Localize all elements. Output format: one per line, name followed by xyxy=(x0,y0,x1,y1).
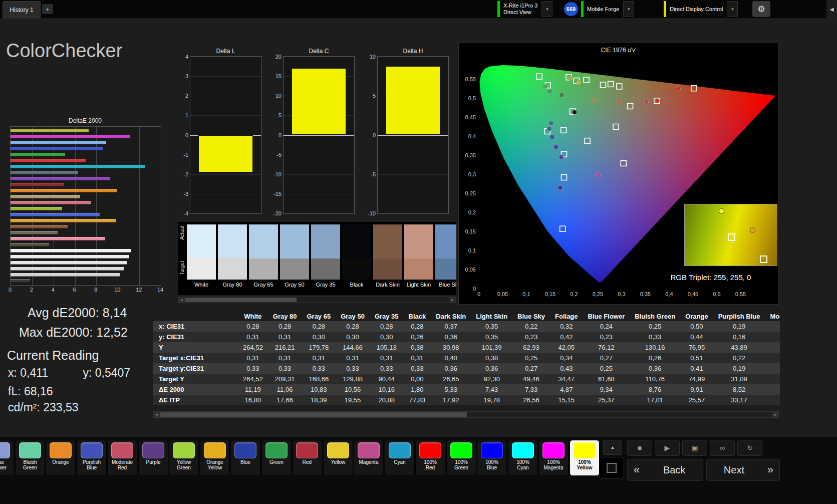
pattern-button-bluish-green[interactable]: BluishGreen xyxy=(15,440,45,476)
pattern-button-100pct-green[interactable]: 100%Green xyxy=(446,440,476,476)
chevron-down-icon[interactable]: ▼ xyxy=(541,1,552,17)
next-button[interactable]: Next » xyxy=(706,459,780,481)
pattern-label: OrangeYellow xyxy=(200,459,229,470)
row-header: ΔE 2000 xyxy=(153,384,238,395)
stop-button[interactable]: ■ xyxy=(627,440,652,456)
gridline xyxy=(284,155,354,155)
refresh-button[interactable]: ↻ xyxy=(737,440,762,456)
pattern-button-red[interactable]: Red xyxy=(292,440,322,476)
meter-selector[interactable]: X-Rite i1Pro 3 Direct View ▼ xyxy=(497,1,552,17)
table-cell: 0,42 xyxy=(550,332,583,342)
table-cell: 53,85 xyxy=(765,342,780,353)
add-tab-button[interactable]: + xyxy=(42,4,53,14)
scroll-left-icon[interactable]: ◄ xyxy=(178,297,185,303)
current-reading-label: Current Reading xyxy=(7,348,99,363)
pattern-button-orange[interactable]: Orange xyxy=(46,440,76,476)
chevron-left-icon: « xyxy=(628,463,646,476)
pattern-button-green[interactable]: Green xyxy=(261,440,292,476)
deltae-bar xyxy=(11,135,130,138)
table-cell: 5,02 xyxy=(765,384,780,395)
pattern-button-100pct-red[interactable]: 100%Red xyxy=(415,440,445,476)
collapse-up-icon[interactable]: ▲ xyxy=(603,440,622,455)
scrollbar-thumb[interactable] xyxy=(185,298,297,302)
source-selector[interactable]: Mobile Forge ▼ xyxy=(581,1,634,17)
back-button[interactable]: « Back xyxy=(627,459,703,481)
pattern-button-100pct-magenta[interactable]: 100%Magenta xyxy=(538,440,569,476)
current-y: y: 0,5407 xyxy=(83,366,131,380)
pattern-label: 100%Yellow xyxy=(570,459,599,470)
deltae-bar xyxy=(11,159,86,162)
table-cell: 0,30 xyxy=(370,332,404,342)
table-cell: 0,30 xyxy=(336,332,370,342)
gear-icon[interactable]: ⚙ xyxy=(752,1,770,17)
strip-patch: Dark Skin xyxy=(373,224,402,288)
pattern-button-blue-flower[interactable]: BlueFlower xyxy=(0,440,14,476)
pattern-button-yellow-green[interactable]: YellowGreen xyxy=(169,440,199,476)
table-cell: 77,83 xyxy=(404,395,431,405)
collapse-panel-icon[interactable]: ◀ xyxy=(826,0,837,18)
table-cell: 216,21 xyxy=(268,342,302,353)
scroll-right-icon[interactable]: ► xyxy=(449,297,456,303)
chevron-down-icon[interactable]: ▼ xyxy=(623,1,634,17)
table-cell: 1,80 xyxy=(404,384,431,395)
pattern-button-yellow[interactable]: Yellow xyxy=(323,440,353,476)
chevron-right-icon: » xyxy=(761,463,779,476)
table-cell: 90,44 xyxy=(370,374,404,384)
pattern-window-button[interactable] xyxy=(599,457,624,479)
table-scrollbar[interactable]: ◄ ► xyxy=(153,411,779,418)
cie-measured-point xyxy=(577,80,581,85)
pattern-button-moderate-red[interactable]: ModerateRed xyxy=(107,440,137,476)
actual-row-label: Actual xyxy=(179,226,185,240)
deltae-bar xyxy=(11,171,78,174)
row-header: y: CIE31 xyxy=(153,332,238,342)
table-cell: 8,52 xyxy=(713,384,765,395)
table-cell: 0,31 xyxy=(238,332,268,342)
play-button[interactable]: ▶ xyxy=(655,440,680,456)
target-swatch xyxy=(373,259,402,280)
scroll-left-icon[interactable]: ◄ xyxy=(153,412,160,417)
pattern-swatch xyxy=(81,442,103,458)
scroll-right-icon[interactable]: ► xyxy=(772,412,778,417)
delta-bar xyxy=(292,68,347,135)
table-cell: 0,46 xyxy=(765,353,780,363)
svg-text:0,1: 0,1 xyxy=(522,291,530,297)
pattern-button-purple[interactable]: Purple xyxy=(138,440,168,476)
pattern-button-magenta[interactable]: Magenta xyxy=(354,440,384,476)
pattern-swatch xyxy=(0,442,10,458)
pattern-button-blue[interactable]: Blue xyxy=(230,440,260,476)
table-cell: 25,57 xyxy=(680,395,713,405)
display-control-selector[interactable]: Direct Display Control ▼ xyxy=(664,1,738,17)
delta-bar xyxy=(386,66,441,135)
scrollbar-thumb[interactable] xyxy=(160,412,467,417)
svg-text:0,4: 0,4 xyxy=(665,291,673,297)
table-cell: 26,65 xyxy=(431,374,471,384)
continuous-button[interactable]: ∞ xyxy=(710,440,735,456)
tab-history-1[interactable]: History 1 xyxy=(3,1,41,19)
deltae-bar xyxy=(11,141,106,144)
table-cell: 9,91 xyxy=(680,384,713,395)
patch-label: Gray 35 xyxy=(311,282,340,288)
table-cell: 49,46 xyxy=(512,374,550,384)
pattern-button-100pct-yellow[interactable]: 100%Yellow xyxy=(570,440,600,476)
y-axis-tick-label: -3 xyxy=(176,191,188,197)
swatch-strip-scrollbar[interactable]: ◄ ► xyxy=(178,297,456,303)
table-row: Target x:CIE310,310,310,310,310,310,310,… xyxy=(153,353,780,363)
deltae-bar xyxy=(11,177,110,180)
capture-button[interactable]: ▣ xyxy=(682,440,707,456)
pattern-button-cyan[interactable]: Cyan xyxy=(385,440,415,476)
pattern-swatch xyxy=(327,442,349,458)
pattern-button-orange-yellow[interactable]: OrangeYellow xyxy=(200,440,230,476)
transport-buttons: ■▶▣∞↻ xyxy=(627,440,777,456)
target-swatch xyxy=(342,259,371,280)
pattern-button-100pct-cyan[interactable]: 100%Cyan xyxy=(508,440,538,476)
chevron-down-icon[interactable]: ▼ xyxy=(727,1,738,17)
table-cell: 0,32 xyxy=(550,321,583,332)
deltae-chart-title: DeltaE 2000 xyxy=(10,117,160,124)
pattern-button-100pct-blue[interactable]: 100%Blue xyxy=(477,440,507,476)
table-cell: 0,25 xyxy=(630,321,680,332)
pattern-label: 100%Magenta xyxy=(539,459,568,470)
y-axis-tick-label: 5 xyxy=(364,93,376,99)
pattern-label: BluishGreen xyxy=(16,459,45,470)
table-cell: 0,28 xyxy=(238,321,268,332)
pattern-button-purplish-blue[interactable]: PurplishBlue xyxy=(77,440,107,476)
